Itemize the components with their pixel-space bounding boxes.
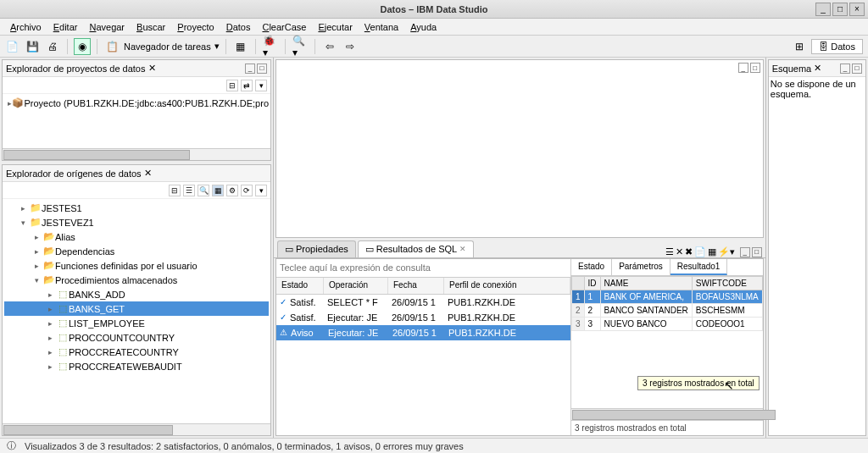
open-perspective-button[interactable]: ⊞ [791, 38, 808, 55]
subtab-estado[interactable]: Estado [571, 259, 612, 275]
r-tb1[interactable]: ☰ [665, 246, 674, 257]
minimize-panel-icon[interactable]: _ [740, 247, 750, 257]
maximize-button[interactable]: □ [832, 3, 848, 16]
r-tb4[interactable]: 📄 [694, 246, 706, 257]
statusbar: ⓘ Visualizados 3 de 3 resultados: 2 sati… [0, 438, 868, 453]
r-tb6[interactable]: ⚡▾ [718, 246, 735, 257]
task-nav-label[interactable]: Navegador de tareas [124, 41, 211, 52]
result-history-list[interactable]: ✓Satisf.SELECT * F26/09/15 1PUB1.RZKH.DE… [276, 295, 570, 436]
table-row[interactable]: 22BANCO SANTANDERBSCHESMM [572, 303, 763, 317]
maximize-view-icon[interactable]: □ [852, 64, 862, 74]
tree-item-list-employee[interactable]: ▸⬚LIST_EMPLOYEE [4, 316, 269, 330]
tree-item-procedimientos-almacenados[interactable]: ▾📂Procedimientos almacenados [4, 273, 269, 287]
window-title: Datos – IBM Data Studio [380, 4, 487, 14]
clearcase-icon[interactable]: ◉ [74, 38, 91, 55]
col-name[interactable]: NAME [600, 276, 692, 290]
result-grid[interactable]: IDNAMESWIFTCODE11BANK OF AMERICA,BOFAUS3… [571, 276, 763, 409]
maximize-panel-icon[interactable]: □ [752, 247, 762, 257]
menu-editar[interactable]: Editar [48, 20, 83, 34]
print-icon[interactable]: 🖨 [44, 38, 61, 55]
toggle-icon[interactable]: ▦ [232, 38, 249, 55]
main-toolbar: 📄 💾 🖨 ◉ 📋 Navegador de tareas ▾ ▦ 🐞▾ 🔍▾ … [0, 36, 868, 58]
back-icon[interactable]: ⇦ [321, 38, 338, 55]
col-swiftcode[interactable]: SWIFTCODE [692, 276, 762, 290]
close-button[interactable]: × [849, 3, 865, 16]
subtab-parametros[interactable]: Parámetros [612, 259, 670, 275]
editor-area: _□ [275, 59, 764, 238]
menu-datos[interactable]: Datos [221, 20, 256, 34]
menu-archivo[interactable]: Archivo [5, 20, 47, 34]
maximize-editor-icon[interactable]: □ [750, 63, 760, 73]
minimize-view-icon[interactable]: _ [840, 64, 850, 74]
collapse-icon[interactable]: ⊟ [226, 80, 238, 91]
titlebar: Datos – IBM Data Studio _ □ × [0, 0, 868, 19]
menu-icon[interactable]: ▾ [255, 80, 267, 91]
table-row[interactable]: 11BANK OF AMERICA,BOFAUS3NLMA [572, 290, 763, 303]
tree-item-jestevez1[interactable]: ▾📁JESTEVEZ1 [4, 215, 269, 229]
tb4[interactable]: ▦ [212, 185, 224, 196]
close-view-icon[interactable]: ✕ [814, 63, 821, 74]
result-history-header: Estado Operación Fecha Perfil de conexió… [276, 278, 570, 295]
source-tree[interactable]: ▸📁JESTES1▾📁JESTEVEZ1▸📂Alias▸📂Dependencia… [3, 199, 270, 423]
tb7[interactable]: ▾ [255, 185, 267, 196]
close-view-icon[interactable]: ✕ [144, 168, 152, 179]
tree-item-jestes1[interactable]: ▸📁JESTES1 [4, 201, 269, 215]
close-tab-icon[interactable]: ✕ [459, 245, 466, 253]
menu-buscar[interactable]: Buscar [131, 20, 170, 34]
status-icon: ⓘ [7, 439, 16, 452]
menu-clearcase[interactable]: ClearCase [257, 20, 311, 34]
table-row[interactable]: 33NUEVO BANCOCODEOOO1 [572, 317, 763, 330]
rowcount-tooltip: 3 registros mostrados en total [637, 376, 760, 390]
tb2[interactable]: ☰ [183, 185, 195, 196]
debug-icon[interactable]: 🐞▾ [262, 38, 279, 55]
result-row[interactable]: ✓Satisf.Ejecutar: JE26/09/15 1PUB1.RZKH.… [276, 310, 570, 325]
new-icon[interactable]: 📄 [3, 38, 20, 55]
props-icon: ▭ [285, 244, 293, 255]
tree-item-proccreatewebaudit[interactable]: ▸⬚PROCCREATEWEBAUDIT [4, 359, 269, 373]
tb6[interactable]: ⟳ [241, 185, 253, 196]
menu-navegar[interactable]: Navegar [84, 20, 130, 34]
menu-ayuda[interactable]: Ayuda [405, 20, 442, 34]
minimize-view-icon[interactable]: _ [245, 64, 255, 74]
tree-item-funciones-definidas-por-el-usuario[interactable]: ▸📂Funciones definidas por el usuario [4, 258, 269, 273]
perspective-datos[interactable]: 🗄 Datos [811, 39, 863, 54]
subtab-resultado1[interactable]: Resultado1 [670, 259, 728, 275]
tree-item-proccreatecountry[interactable]: ▸⬚PROCCREATECOUNTRY [4, 345, 269, 359]
r-tb3[interactable]: ✖ [685, 246, 693, 257]
bottom-tabbar: ▭Propiedades ▭Resultados de SQL ✕ ☰ ✕ ✖ … [274, 240, 765, 258]
dropdown-icon[interactable]: ▾ [214, 41, 220, 52]
result-row[interactable]: ✓Satisf.SELECT * F26/09/15 1PUB1.RZKH.DE [276, 295, 570, 310]
menu-ventana[interactable]: Ventana [359, 20, 403, 34]
tree-item-dependencias[interactable]: ▸📂Dependencias [4, 244, 269, 258]
r-tb5[interactable]: ▦ [708, 246, 716, 257]
project-item[interactable]: ▸📦 Proyecto (PUB1.RZKH.DE:jdbc:as400:PUB… [4, 96, 269, 110]
tree-item-banks-add[interactable]: ▸⬚BANKS_ADD [4, 287, 269, 301]
tb5[interactable]: ⚙ [226, 185, 238, 196]
tb1[interactable]: ⊟ [169, 185, 181, 196]
minimize-editor-icon[interactable]: _ [738, 63, 748, 73]
maximize-view-icon[interactable]: □ [257, 64, 267, 74]
save-icon[interactable]: 💾 [24, 38, 41, 55]
task-nav-icon[interactable]: 📋 [103, 38, 120, 55]
search-icon[interactable]: 🔍▾ [292, 38, 309, 55]
tree-item-proccountcountry[interactable]: ▸⬚PROCCOUNTCOUNTRY [4, 330, 269, 345]
tab-resultados-sql[interactable]: ▭Resultados de SQL ✕ [358, 240, 474, 257]
project-explorer-title: Explorador de proyectos de datos [6, 64, 146, 74]
col-id[interactable]: ID [584, 276, 600, 290]
tree-item-alias[interactable]: ▸📂Alias [4, 229, 269, 244]
tab-propiedades[interactable]: ▭Propiedades [277, 240, 356, 257]
menubar: ArchivoEditarNavegarBuscarProyectoDatosC… [0, 19, 868, 36]
result-row[interactable]: ⚠AvisoEjecutar: JE26/09/15 1PUB1.RZKH.DE [276, 325, 570, 340]
tree-item-banks-get[interactable]: ▸⬚BANKS_GET [4, 301, 269, 316]
tb3[interactable]: 🔍 [198, 185, 209, 196]
source-explorer-title: Explorador de orígenes de datos [6, 168, 142, 179]
grid-hscroll[interactable] [571, 408, 763, 420]
forward-icon[interactable]: ⇨ [342, 38, 359, 55]
link-icon[interactable]: ⇄ [241, 80, 253, 91]
minimize-button[interactable]: _ [815, 3, 831, 16]
menu-ejecutar[interactable]: Ejecutar [313, 20, 357, 34]
query-input[interactable] [276, 262, 570, 273]
menu-proyecto[interactable]: Proyecto [172, 20, 219, 34]
r-tb2[interactable]: ✕ [676, 246, 683, 257]
close-view-icon[interactable]: ✕ [148, 63, 156, 74]
